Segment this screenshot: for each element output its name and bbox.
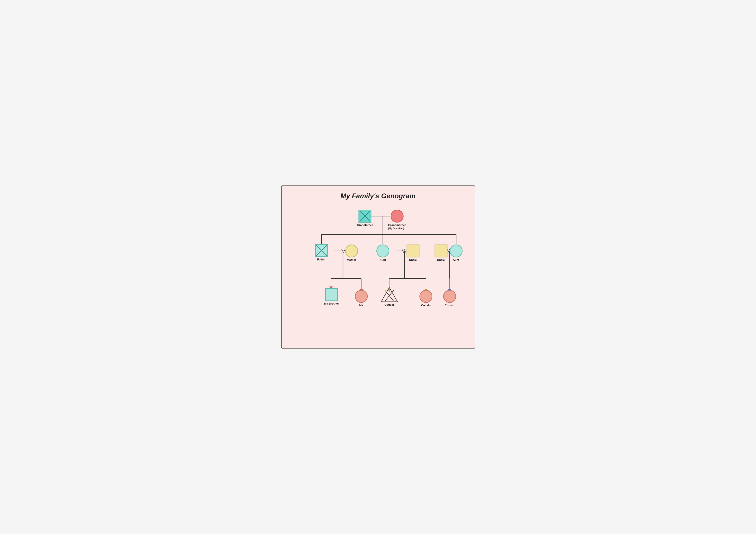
svg-marker-29 bbox=[381, 288, 397, 302]
my-brother-label: My Brother bbox=[324, 302, 339, 305]
node-my-brother: My Brother bbox=[324, 288, 339, 305]
aunt1-label: Aunt bbox=[380, 258, 386, 262]
aunt2-shape bbox=[450, 244, 463, 257]
me-label: Me bbox=[359, 304, 363, 307]
cousin2-shape bbox=[419, 290, 432, 303]
page-title: My Family's Genogram bbox=[286, 192, 470, 200]
node-cousin3: Cousin bbox=[443, 290, 456, 307]
node-uncle2: Uncle bbox=[435, 244, 447, 262]
grandfather-label: Grandfather bbox=[357, 223, 373, 227]
cousin2-label: Cousin bbox=[421, 304, 430, 307]
svg-line-7 bbox=[341, 249, 344, 253]
father-shape bbox=[315, 244, 328, 257]
svg-line-11 bbox=[404, 249, 406, 253]
uncle1-shape bbox=[407, 244, 419, 257]
cousin3-shape bbox=[443, 290, 456, 303]
mother-label: Mother bbox=[347, 258, 356, 262]
diagram: Grandfather Grandmother(My Guardian) Fat… bbox=[286, 206, 470, 340]
grandfather-shape bbox=[359, 210, 371, 222]
svg-line-10 bbox=[402, 249, 404, 253]
node-me: Me bbox=[355, 290, 368, 307]
node-aunt1: Aunt bbox=[376, 244, 389, 262]
cousin1-label: Cousin bbox=[384, 303, 394, 306]
node-father: Father bbox=[315, 244, 328, 261]
uncle1-label: Uncle bbox=[409, 258, 417, 262]
uncle2-label: Uncle bbox=[437, 258, 445, 262]
my-brother-shape bbox=[325, 288, 338, 301]
father-label: Father bbox=[317, 258, 326, 261]
node-grandfather: Grandfather bbox=[357, 210, 373, 227]
node-mother: Mother bbox=[345, 244, 358, 262]
aunt1-shape bbox=[376, 244, 389, 257]
node-aunt2: Aunt bbox=[450, 244, 463, 262]
node-uncle1: Uncle bbox=[407, 244, 419, 262]
grandmother-shape bbox=[391, 210, 404, 222]
aunt2-label: Aunt bbox=[453, 258, 459, 262]
mother-shape bbox=[345, 244, 358, 257]
grandmother-label: Grandmother(My Guardian) bbox=[388, 223, 406, 230]
cousin3-label: Cousin bbox=[445, 304, 454, 307]
node-cousin1: Cousin bbox=[381, 287, 398, 306]
cousin1-shape bbox=[381, 287, 398, 302]
node-grandmother: Grandmother(My Guardian) bbox=[388, 210, 406, 230]
me-shape bbox=[355, 290, 368, 303]
genogram-container: My Family's Genogram bbox=[281, 185, 475, 349]
node-cousin2: Cousin bbox=[419, 290, 432, 307]
uncle2-shape bbox=[435, 244, 447, 257]
